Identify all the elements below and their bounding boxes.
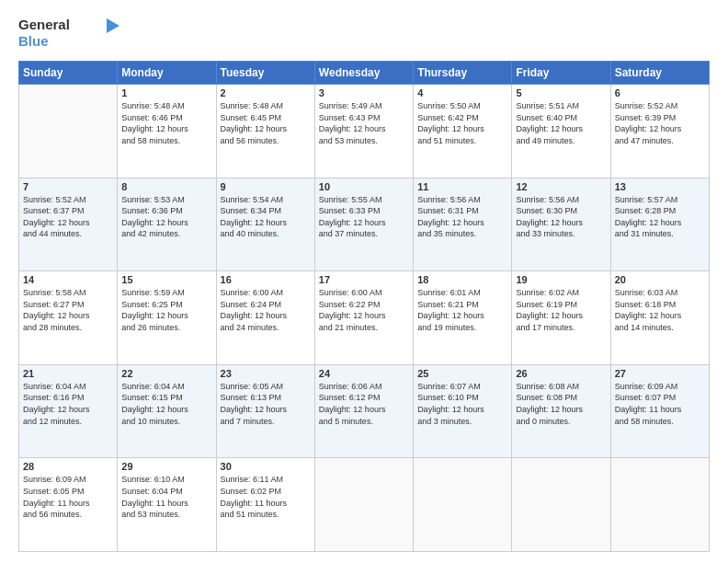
col-header-wednesday: Wednesday	[314, 62, 413, 85]
calendar-cell: 27Sunrise: 6:09 AM Sunset: 6:07 PM Dayli…	[610, 364, 709, 458]
calendar-cell: 22Sunrise: 6:04 AM Sunset: 6:15 PM Dayli…	[118, 364, 216, 458]
calendar-cell: 5Sunrise: 5:51 AM Sunset: 6:40 PM Daylig…	[512, 85, 610, 178]
calendar-cell	[610, 458, 709, 552]
week-row-1: 1Sunrise: 5:48 AM Sunset: 6:46 PM Daylig…	[19, 85, 710, 178]
day-info: Sunrise: 6:05 AM Sunset: 6:13 PM Dayligh…	[221, 381, 311, 427]
day-info: Sunrise: 6:08 AM Sunset: 6:08 PM Dayligh…	[516, 381, 606, 427]
week-row-4: 21Sunrise: 6:04 AM Sunset: 6:16 PM Dayli…	[19, 364, 710, 458]
col-header-friday: Friday	[512, 62, 610, 85]
day-number: 2	[221, 87, 311, 98]
calendar-cell: 23Sunrise: 6:05 AM Sunset: 6:13 PM Dayli…	[216, 364, 314, 458]
day-number: 24	[319, 368, 409, 379]
calendar-cell: 13Sunrise: 5:57 AM Sunset: 6:28 PM Dayli…	[610, 178, 709, 271]
day-number: 23	[221, 368, 311, 379]
calendar-cell: 1Sunrise: 5:48 AM Sunset: 6:46 PM Daylig…	[118, 85, 216, 178]
col-header-saturday: Saturday	[610, 62, 709, 85]
calendar-cell: 17Sunrise: 6:00 AM Sunset: 6:22 PM Dayli…	[314, 271, 413, 365]
day-info: Sunrise: 5:51 AM Sunset: 6:40 PM Dayligh…	[516, 100, 606, 146]
calendar-cell	[19, 85, 118, 178]
day-info: Sunrise: 6:00 AM Sunset: 6:24 PM Dayligh…	[221, 287, 311, 333]
day-number: 29	[121, 461, 211, 472]
calendar-cell: 4Sunrise: 5:50 AM Sunset: 6:42 PM Daylig…	[414, 85, 512, 178]
header: General Blue	[18, 15, 710, 52]
day-number: 16	[221, 274, 311, 285]
day-number: 26	[516, 368, 606, 379]
week-row-3: 14Sunrise: 5:58 AM Sunset: 6:27 PM Dayli…	[19, 271, 710, 365]
day-number: 12	[516, 181, 606, 192]
day-info: Sunrise: 5:52 AM Sunset: 6:37 PM Dayligh…	[23, 194, 113, 240]
day-number: 1	[121, 87, 211, 98]
calendar-table: SundayMondayTuesdayWednesdayThursdayFrid…	[18, 61, 710, 552]
calendar-cell: 16Sunrise: 6:00 AM Sunset: 6:24 PM Dayli…	[216, 271, 314, 365]
day-info: Sunrise: 6:09 AM Sunset: 6:05 PM Dayligh…	[23, 474, 113, 520]
day-info: Sunrise: 6:07 AM Sunset: 6:10 PM Dayligh…	[417, 381, 507, 427]
calendar-cell: 15Sunrise: 5:59 AM Sunset: 6:25 PM Dayli…	[118, 271, 216, 365]
day-info: Sunrise: 6:11 AM Sunset: 6:02 PM Dayligh…	[221, 474, 311, 520]
day-number: 21	[23, 368, 113, 379]
day-number: 18	[417, 274, 507, 285]
day-info: Sunrise: 6:06 AM Sunset: 6:12 PM Dayligh…	[319, 381, 409, 427]
calendar-cell: 26Sunrise: 6:08 AM Sunset: 6:08 PM Dayli…	[512, 364, 610, 458]
week-row-2: 7Sunrise: 5:52 AM Sunset: 6:37 PM Daylig…	[19, 178, 710, 271]
page: General Blue SundayMondayTuesdayWednesda…	[0, 0, 728, 563]
col-header-monday: Monday	[118, 62, 216, 85]
calendar-cell: 3Sunrise: 5:49 AM Sunset: 6:43 PM Daylig…	[314, 85, 413, 178]
day-number: 17	[319, 274, 409, 285]
calendar-cell: 24Sunrise: 6:06 AM Sunset: 6:12 PM Dayli…	[314, 364, 413, 458]
day-number: 10	[319, 181, 409, 192]
calendar-cell: 11Sunrise: 5:56 AM Sunset: 6:31 PM Dayli…	[414, 178, 512, 271]
day-info: Sunrise: 5:56 AM Sunset: 6:30 PM Dayligh…	[516, 194, 606, 240]
day-number: 28	[23, 461, 113, 472]
day-info: Sunrise: 6:02 AM Sunset: 6:19 PM Dayligh…	[516, 287, 606, 333]
day-number: 13	[615, 181, 705, 192]
calendar-cell: 14Sunrise: 5:58 AM Sunset: 6:27 PM Dayli…	[19, 271, 118, 365]
calendar-cell: 30Sunrise: 6:11 AM Sunset: 6:02 PM Dayli…	[216, 458, 314, 552]
logo-icon: General Blue	[18, 15, 119, 52]
calendar-cell: 12Sunrise: 5:56 AM Sunset: 6:30 PM Dayli…	[512, 178, 610, 271]
day-number: 30	[221, 461, 311, 472]
day-info: Sunrise: 5:55 AM Sunset: 6:33 PM Dayligh…	[319, 194, 409, 240]
day-info: Sunrise: 5:50 AM Sunset: 6:42 PM Dayligh…	[417, 100, 507, 146]
day-number: 5	[516, 87, 606, 98]
day-info: Sunrise: 6:00 AM Sunset: 6:22 PM Dayligh…	[319, 287, 409, 333]
calendar-cell: 19Sunrise: 6:02 AM Sunset: 6:19 PM Dayli…	[512, 271, 610, 365]
day-number: 22	[121, 368, 211, 379]
week-row-5: 28Sunrise: 6:09 AM Sunset: 6:05 PM Dayli…	[19, 458, 710, 552]
day-info: Sunrise: 6:10 AM Sunset: 6:04 PM Dayligh…	[121, 474, 211, 520]
day-number: 27	[615, 368, 705, 379]
day-number: 8	[121, 181, 211, 192]
calendar-cell	[314, 458, 413, 552]
calendar-cell: 8Sunrise: 5:53 AM Sunset: 6:36 PM Daylig…	[118, 178, 216, 271]
calendar-cell: 25Sunrise: 6:07 AM Sunset: 6:10 PM Dayli…	[414, 364, 512, 458]
calendar-cell: 28Sunrise: 6:09 AM Sunset: 6:05 PM Dayli…	[19, 458, 118, 552]
calendar-cell: 7Sunrise: 5:52 AM Sunset: 6:37 PM Daylig…	[19, 178, 118, 271]
day-number: 25	[417, 368, 507, 379]
calendar-cell: 9Sunrise: 5:54 AM Sunset: 6:34 PM Daylig…	[216, 178, 314, 271]
calendar-cell: 6Sunrise: 5:52 AM Sunset: 6:39 PM Daylig…	[610, 85, 709, 178]
calendar-cell	[414, 458, 512, 552]
day-info: Sunrise: 5:57 AM Sunset: 6:28 PM Dayligh…	[615, 194, 705, 240]
svg-text:General: General	[18, 17, 70, 32]
day-number: 9	[221, 181, 311, 192]
day-info: Sunrise: 5:58 AM Sunset: 6:27 PM Dayligh…	[23, 287, 113, 333]
day-info: Sunrise: 5:59 AM Sunset: 6:25 PM Dayligh…	[121, 287, 211, 333]
day-info: Sunrise: 5:53 AM Sunset: 6:36 PM Dayligh…	[121, 194, 211, 240]
day-info: Sunrise: 5:48 AM Sunset: 6:45 PM Dayligh…	[221, 100, 311, 146]
day-info: Sunrise: 5:52 AM Sunset: 6:39 PM Dayligh…	[615, 100, 705, 146]
calendar-header-row: SundayMondayTuesdayWednesdayThursdayFrid…	[19, 62, 710, 85]
calendar-cell: 2Sunrise: 5:48 AM Sunset: 6:45 PM Daylig…	[216, 85, 314, 178]
day-number: 19	[516, 274, 606, 285]
day-number: 14	[23, 274, 113, 285]
day-number: 20	[615, 274, 705, 285]
day-number: 11	[417, 181, 507, 192]
calendar-cell	[512, 458, 610, 552]
day-number: 15	[121, 274, 211, 285]
day-info: Sunrise: 6:04 AM Sunset: 6:15 PM Dayligh…	[121, 381, 211, 427]
calendar-cell: 20Sunrise: 6:03 AM Sunset: 6:18 PM Dayli…	[610, 271, 709, 365]
calendar-cell: 21Sunrise: 6:04 AM Sunset: 6:16 PM Dayli…	[19, 364, 118, 458]
day-info: Sunrise: 5:49 AM Sunset: 6:43 PM Dayligh…	[319, 100, 409, 146]
calendar-cell: 10Sunrise: 5:55 AM Sunset: 6:33 PM Dayli…	[314, 178, 413, 271]
logo: General Blue	[18, 15, 119, 52]
day-number: 3	[319, 87, 409, 98]
col-header-sunday: Sunday	[19, 62, 118, 85]
